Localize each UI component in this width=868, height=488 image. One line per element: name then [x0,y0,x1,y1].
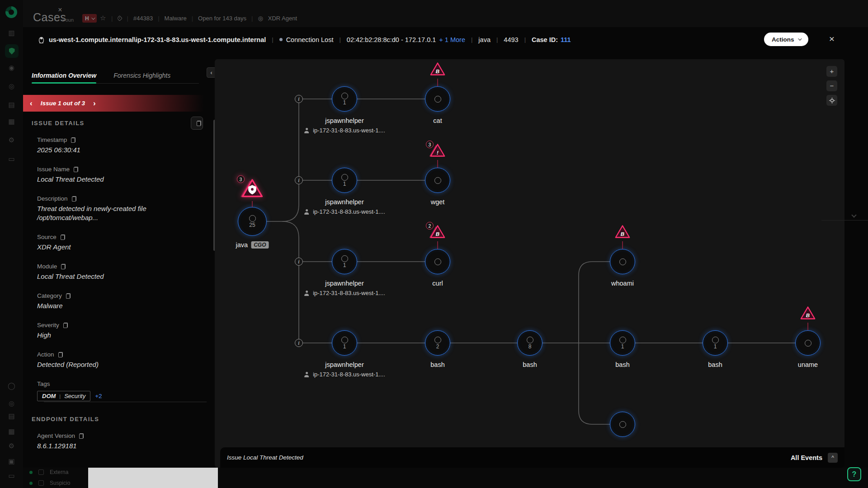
dashboard-icon[interactable]: ▥ [0,29,23,37]
box-icon[interactable]: ▣ [0,457,23,465]
section-title: ENDPOINT DETAILS [32,416,200,422]
copy-icon[interactable] [61,235,65,240]
process-icon [249,215,256,222]
detail-field: ActionDetected (Reported) [37,351,200,369]
process-count: 1 [621,344,624,349]
zoom-out-button[interactable]: − [826,80,837,91]
process-node-cat[interactable]: catB [425,86,450,112]
target-icon[interactable]: ◎ [0,82,23,90]
causality-graph-panel[interactable]: 25javaCGO31jspawnhelperip-172-31-8-83.us… [215,59,844,468]
card-icon[interactable]: ▭ [0,155,23,163]
process-icon [619,258,626,265]
info-icon[interactable]: i [295,176,303,184]
tags-box[interactable]: DOM|Security [37,391,90,401]
copy-icon[interactable] [72,196,76,202]
process-node-bash-4[interactable]: 1bash [703,330,728,356]
star-icon[interactable]: ☆ [100,14,106,22]
alert-triangle-icon: B [429,61,446,79]
modules-icon[interactable]: ▦ [0,117,23,126]
copy-icon[interactable] [63,323,68,328]
circle-icon[interactable]: ◯ [0,382,23,390]
field-value: 2025 06:30:41 [37,145,200,155]
info-icon[interactable]: i [295,339,303,347]
list-icon[interactable]: ▤ [0,412,23,420]
graph-footer-bar: Issue Local Threat Detected All Events ^ [220,447,844,468]
process-name: java [478,36,491,43]
target-icon[interactable]: ◎ [0,399,23,408]
process-node-truncated[interactable] [610,412,635,437]
process-count: 1 [343,344,346,349]
alert-indicator[interactable]: 2B [429,224,446,249]
info-icon[interactable]: i [295,258,303,266]
process-node-curl[interactable]: curl2B [425,249,450,274]
alert-indicator[interactable]: B [614,224,631,249]
severity-badge[interactable]: H [82,14,97,23]
copy-icon[interactable] [74,167,78,172]
tab-forensics-highlights[interactable]: Forensics Highlights [113,72,170,83]
process-id: 4493 [504,36,518,43]
alert-triangle-icon: B [614,224,631,241]
chevron-down-icon [798,37,802,40]
tab-information-overview[interactable]: Information Overview [32,72,96,83]
connection-status: Connection Lost [286,36,334,43]
field-label: Issue Name [37,166,200,173]
close-icon[interactable]: × [56,5,65,14]
process-node-uname[interactable]: unameB [795,330,821,356]
more-link[interactable]: + 1 More [439,36,465,43]
previous-issue-button[interactable]: ‹ [30,99,33,107]
fit-view-button[interactable] [826,95,837,106]
grid-icon[interactable]: ▦ [0,427,23,436]
zoom-in-button[interactable]: + [826,66,837,77]
gear-icon[interactable]: ⚙ [0,442,23,450]
process-label: whoami [611,280,634,287]
process-label: jspawnhelper [325,361,363,368]
alert-indicator[interactable]: B [429,61,446,86]
background-row-label: Externa [50,469,68,475]
alert-indicator[interactable]: B [799,305,816,330]
copy-icon[interactable] [61,264,66,269]
process-node-whoami[interactable]: whoamiB [610,249,635,274]
case-meta-item: Malware [165,15,187,22]
agent-shield-icon: ◎ [258,15,263,22]
svg-text:B: B [436,231,439,237]
process-node-wget[interactable]: wget3! [425,168,450,193]
issue-modal: us-west-1.compute.internal\ip-172-31-8-8… [23,27,868,468]
process-node-bash-2[interactable]: 8bash [517,330,542,356]
process-node-jspawnhelper-2[interactable]: 1jspawnhelperip-172-31-8-83.us-west-1...… [332,168,357,193]
detail-field: Agent Version8.6.1.129181 [37,432,200,450]
process-label: cat [433,117,442,124]
top-bar: Cases Foun × H ☆ ||#44383|Malware|Open f… [0,0,868,27]
process-node-bash-3[interactable]: 1bash [610,330,635,356]
field-label: Description [37,195,200,202]
copy-all-button[interactable] [191,117,203,130]
process-node-bash-1[interactable]: 2bash [425,330,450,356]
alert-indicator[interactable]: 3 [240,178,264,207]
card-icon[interactable]: ▭ [0,472,23,480]
process-node-jspawnhelper-3[interactable]: 1jspawnhelperip-172-31-8-83.us-west-1...… [332,249,357,274]
next-issue-button[interactable]: › [93,99,96,107]
modal-close-button[interactable]: × [826,33,837,44]
tag-value: DOM [42,393,56,399]
collapse-events-button[interactable]: ^ [828,453,838,463]
actions-button[interactable]: Actions [764,33,808,46]
issue-details-section: ISSUE DETAILS Timestamp2025 06:30:41Issu… [37,120,200,413]
process-node-jspawnhelper-4[interactable]: 1jspawnhelperip-172-31-8-83.us-west-1...… [332,330,357,356]
copy-icon[interactable] [79,433,84,439]
copy-icon[interactable] [66,293,71,299]
process-node-java[interactable]: 25javaCGO3 [238,207,267,236]
process-node-jspawnhelper-1[interactable]: 1jspawnhelperip-172-31-8-83.us-west-1...… [332,86,357,112]
shield-icon[interactable] [5,44,19,58]
eye-icon[interactable]: ◉ [0,64,23,72]
copy-icon[interactable] [71,137,75,143]
app-logo-icon[interactable] [5,6,17,18]
clipboard-icon[interactable]: ▤ [0,101,23,109]
alert-indicator[interactable]: 3! [429,143,446,168]
tags-more-link[interactable]: +2 [95,393,102,399]
gear-icon[interactable]: ⚙ [0,136,23,144]
info-icon[interactable]: i [295,95,303,103]
process-icon [434,177,441,184]
case-id-link[interactable]: 111 [561,36,571,43]
tag-icon[interactable] [117,15,123,21]
help-button[interactable]: ? [847,467,861,481]
copy-icon[interactable] [58,352,63,357]
